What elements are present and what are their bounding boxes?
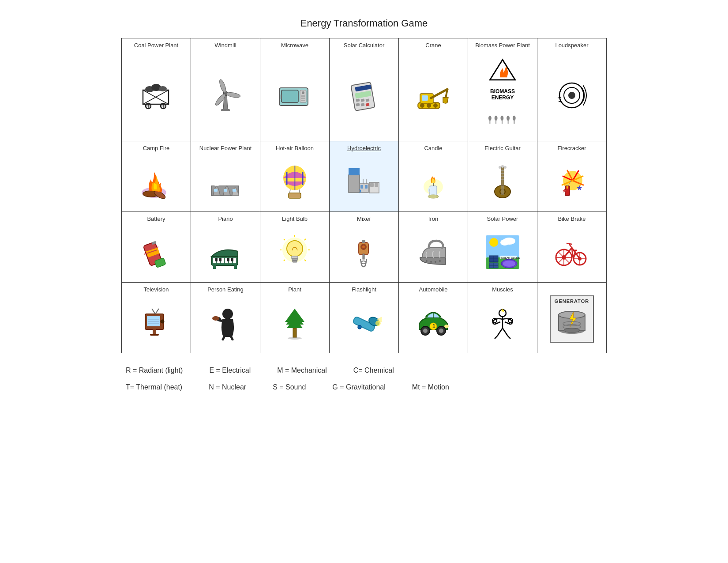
cell-label-guitar: Electric Guitar: [484, 145, 521, 152]
svg-point-37: [420, 103, 424, 108]
cell-label-loudspeaker: Loudspeaker: [555, 42, 588, 49]
svg-point-39: [427, 103, 431, 108]
svg-point-48: [495, 116, 498, 121]
cell-icon-battery: [139, 226, 174, 279]
svg-point-205: [444, 325, 449, 328]
svg-rect-79: [370, 183, 374, 187]
svg-rect-117: [233, 258, 236, 263]
svg-point-57: [568, 92, 575, 99]
svg-rect-41: [422, 95, 428, 101]
svg-line-131: [284, 260, 285, 261]
cell-battery: Battery: [122, 212, 191, 283]
svg-point-132: [287, 241, 303, 257]
cell-icon-nuclear: [208, 155, 243, 208]
cell-label-bike-brake: Bike Brake: [558, 215, 586, 223]
cell-label-balloon: Hot-air Balloon: [276, 145, 314, 152]
svg-rect-121: [231, 258, 233, 261]
cell-label-mixer: Mixer: [357, 215, 371, 223]
cell-label-muscles: Muscles: [492, 286, 513, 294]
cell-icon-plant: [277, 296, 312, 349]
svg-point-15: [226, 92, 240, 98]
cell-icon-firecracker: ★ ★: [554, 155, 589, 208]
cell-flashlight: Flashlight: [330, 283, 399, 353]
cell-label-coal: Coal Power Plant: [134, 42, 178, 49]
svg-point-183: [161, 320, 164, 323]
cell-plant: Plant: [260, 283, 330, 353]
cell-label-flashlight: Flashlight: [352, 286, 376, 294]
cell-label-plant: Plant: [288, 286, 301, 294]
svg-rect-119: [219, 258, 221, 261]
cell-icon-hydro: [346, 155, 382, 208]
cell-label-piano: Piano: [218, 215, 233, 223]
cell-icon-bulb: [277, 226, 312, 279]
svg-point-46: [488, 116, 492, 121]
cell-icon-piano: [208, 226, 243, 279]
cell-icon-eating: [208, 296, 243, 349]
cell-muscles: Muscles: [468, 283, 537, 353]
cell-mixer: Mixer: [330, 212, 399, 283]
svg-rect-134: [292, 258, 297, 261]
svg-rect-180: [150, 334, 159, 336]
cell-icon-bike-brake: [554, 226, 589, 279]
cell-guitar: Electric Guitar: [468, 141, 537, 212]
cell-icon-balloon: [277, 155, 312, 208]
svg-line-182: [155, 309, 159, 314]
legend: R = Radiant (light) E = Electrical M = M…: [121, 367, 607, 391]
svg-point-148: [500, 239, 509, 246]
cell-nuclear: Nuclear Power Plant: [191, 141, 260, 212]
cell-campfire: Camp Fire: [122, 141, 191, 212]
svg-rect-179: [153, 329, 156, 334]
svg-rect-140: [363, 254, 364, 259]
cell-label-nuclear: Nuclear Power Plant: [199, 145, 252, 152]
svg-rect-135: [293, 261, 297, 262]
cell-biomass: Biomass Power Plant BIOMASSENERGY: [468, 38, 537, 141]
cell-hydro: Hydroelectric: [330, 141, 399, 212]
svg-rect-76: [360, 185, 363, 189]
cell-icon-mixer: [346, 226, 382, 279]
svg-text:★: ★: [576, 184, 582, 192]
legend-gravitational: G = Gravitational: [332, 383, 386, 391]
legend-electrical: E = Electrical: [209, 367, 251, 374]
svg-text:SOLAR CELL  SOLAR PANEL: SOLAR CELL SOLAR PANEL: [501, 257, 520, 259]
cell-bike-brake: Bike Brake: [537, 212, 607, 283]
cell-icon-muscles: ★: [485, 296, 520, 349]
svg-line-210: [497, 328, 503, 336]
svg-rect-22: [301, 95, 305, 97]
svg-point-143: [435, 261, 436, 263]
cell-icon-flashlight: [346, 296, 382, 349]
cell-bulb: Light Bulb: [260, 212, 330, 283]
svg-line-129: [284, 239, 285, 240]
cell-icon-automobile: 1: [416, 296, 451, 349]
svg-line-128: [304, 260, 306, 261]
cell-label-microwave: Microwave: [281, 42, 308, 49]
svg-point-159: [503, 261, 515, 267]
svg-rect-19: [281, 90, 298, 102]
cell-label-solar-power: Solar Power: [487, 215, 518, 223]
svg-line-213: [508, 336, 510, 339]
svg-rect-77: [365, 185, 368, 189]
biomass-text: BIOMASSENERGY: [490, 88, 515, 101]
svg-point-65: [224, 182, 229, 185]
svg-rect-66: [214, 189, 218, 192]
svg-rect-17: [221, 109, 230, 111]
svg-point-38: [433, 103, 438, 108]
svg-line-126: [304, 239, 306, 240]
cell-icon-solar-power: SOLAR CELL SOLAR PANEL: [485, 226, 520, 279]
cell-label-campfire: Camp Fire: [143, 145, 170, 152]
svg-point-187: [222, 309, 233, 319]
svg-rect-118: [215, 258, 218, 261]
svg-rect-80: [375, 183, 378, 187]
svg-point-86: [428, 195, 439, 198]
svg-line-212: [503, 328, 508, 336]
svg-point-50: [500, 116, 503, 121]
svg-point-200: [423, 329, 428, 333]
svg-text:★: ★: [500, 307, 505, 314]
cell-label-eating: Person Eating: [207, 286, 244, 294]
svg-point-5: [159, 86, 167, 91]
svg-rect-114: [221, 258, 224, 263]
cell-icon-coal: [139, 52, 174, 137]
svg-point-146: [489, 238, 498, 247]
svg-point-98: [501, 165, 504, 168]
cell-label-crane: Crane: [425, 42, 441, 49]
legend-nuclear: N = Nuclear: [209, 383, 246, 391]
